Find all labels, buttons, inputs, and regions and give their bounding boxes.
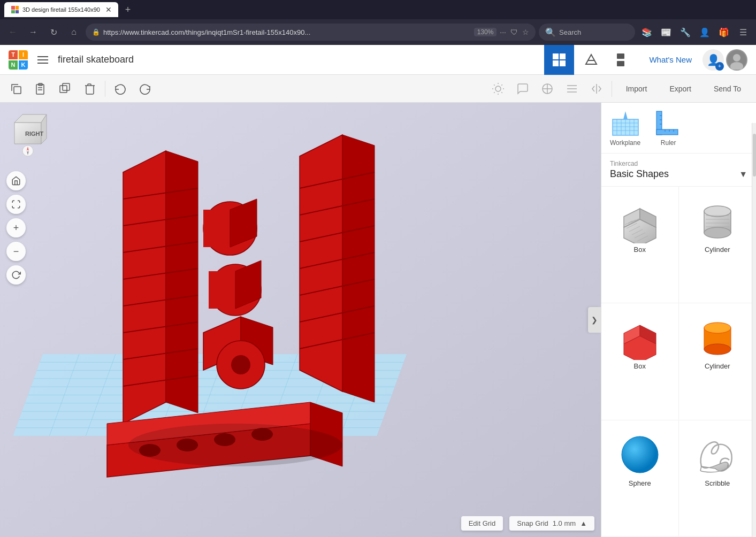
menu-button[interactable] (34, 51, 51, 68)
search-text: Search (559, 28, 581, 36)
left-controls: RIGHT + − (6, 109, 49, 285)
panel-scrollbar[interactable] (752, 123, 756, 537)
svg-rect-3 (553, 53, 559, 59)
workplane-tool[interactable]: Workplane (610, 109, 640, 147)
whats-new-button[interactable]: What's New (640, 55, 700, 64)
svg-point-86 (231, 355, 250, 374)
shape-item-cylinder-gray[interactable]: Cylinder (679, 187, 757, 303)
undo-button[interactable] (109, 77, 132, 101)
ruler-label: Ruler (661, 139, 676, 147)
new-tab-button[interactable]: + (120, 2, 135, 17)
export-button[interactable]: Export (659, 80, 701, 97)
grid-view-button[interactable] (544, 45, 574, 75)
shape-item-cylinder-orange[interactable]: Cylinder (679, 303, 757, 420)
align-button[interactable] (560, 77, 584, 101)
svg-rect-19 (63, 83, 70, 90)
tab-close-button[interactable]: ✕ (105, 5, 112, 14)
svg-text:RIGHT: RIGHT (25, 131, 44, 137)
svg-rect-4 (560, 53, 566, 59)
mirror-button[interactable] (585, 77, 608, 101)
profile-icon[interactable]: 👤 (696, 24, 713, 41)
svg-rect-6 (560, 60, 566, 66)
user-add-badge: + (715, 62, 724, 71)
extensions-icon[interactable]: 🔧 (677, 24, 694, 41)
menu-icon[interactable]: ☰ (735, 24, 752, 41)
main-area: RIGHT + − ❯ (0, 103, 756, 537)
shape-name-scribble: Scribble (705, 479, 730, 487)
ruler-tool[interactable]: Ruler (653, 109, 683, 147)
more-icon[interactable]: ··· (500, 28, 506, 36)
svg-line-23 (494, 85, 494, 85)
svg-marker-59 (342, 135, 375, 402)
panel-toggle-button[interactable]: ❯ (588, 307, 601, 333)
svg-rect-18 (60, 86, 67, 93)
fit-view-button[interactable] (6, 195, 26, 214)
workplane-label: Workplane (610, 139, 640, 147)
right-panel: Workplane (601, 103, 756, 537)
svg-point-94 (128, 424, 342, 466)
svg-point-144 (704, 344, 731, 355)
bookmarks-icon[interactable]: 📚 (638, 24, 655, 41)
zoom-out-button[interactable]: − (6, 242, 26, 261)
user-profile-button[interactable]: 👤 + (702, 49, 724, 71)
shape-preview-cylinder-gray (691, 195, 744, 243)
search-bar[interactable]: 🔍 Search (539, 24, 635, 41)
copy-button[interactable] (4, 77, 28, 101)
active-tab[interactable]: 3D design firetail 155x140x90 ✕ (4, 2, 118, 17)
scrollbar-thumb[interactable] (753, 134, 756, 177)
viewport[interactable]: RIGHT + − ❯ (0, 103, 601, 537)
import-button[interactable]: Import (615, 80, 658, 97)
compass-icon (21, 144, 34, 157)
browser-chrome: 3D design firetail 155x140x90 ✕ + ← → ↻ … (0, 0, 756, 45)
shape-item-sphere[interactable]: Sphere (601, 420, 679, 537)
notes-button[interactable] (511, 77, 534, 101)
home-button[interactable]: ⌂ (65, 24, 82, 41)
lock-icon: 🔒 (92, 28, 100, 36)
reader-icon[interactable]: 📰 (658, 24, 675, 41)
toolbar: Import Export Send To (0, 75, 756, 103)
snap-grid-control[interactable]: Snap Grid 1.0 mm ▲ (509, 516, 594, 531)
shape-preview-scribble (691, 429, 744, 477)
svg-marker-77 (203, 210, 230, 247)
shape-preview-box-gray (613, 195, 667, 243)
star-icon[interactable]: ☆ (522, 28, 529, 36)
zoom-in-button[interactable]: + (6, 218, 26, 237)
duplicate-button[interactable] (54, 77, 77, 101)
tab-title: 3D design firetail 155x140x90 (22, 6, 100, 13)
forward-button[interactable]: → (25, 24, 42, 41)
user-avatar[interactable] (726, 49, 747, 71)
build-view-button[interactable] (576, 45, 606, 75)
home-view-button[interactable] (6, 171, 26, 190)
shape-name-box-gray: Box (634, 246, 646, 254)
svg-marker-81 (209, 271, 235, 309)
rotate-button[interactable] (6, 265, 26, 285)
svg-rect-8 (617, 53, 624, 59)
svg-rect-7 (588, 60, 594, 61)
shape-item-scribble[interactable]: Scribble (679, 420, 757, 537)
shape-item-box-gray[interactable]: Box (601, 187, 679, 303)
ruler-tool-button[interactable] (536, 77, 559, 101)
light-button[interactable] (486, 77, 510, 101)
send-to-button[interactable]: Send To (703, 80, 752, 97)
redo-button[interactable] (133, 77, 157, 101)
address-bar[interactable]: 🔒 https://www.tinkercad.com/things/inqiq… (86, 24, 536, 41)
category-selector[interactable]: Basic Shapes ▼ (610, 168, 747, 180)
back-button[interactable]: ← (4, 24, 21, 41)
refresh-button[interactable]: ↻ (45, 24, 62, 41)
shape-preview-sphere (613, 429, 667, 477)
shape-item-box-red[interactable]: Box (601, 303, 679, 420)
addons-icon[interactable]: 🎁 (715, 24, 732, 41)
svg-line-28 (501, 85, 502, 85)
search-icon: 🔍 (545, 27, 556, 37)
delete-button[interactable] (78, 77, 102, 101)
svg-point-20 (495, 86, 501, 91)
paste-button[interactable] (29, 77, 52, 101)
edit-grid-button[interactable]: Edit Grid (461, 516, 503, 531)
svg-line-24 (501, 92, 502, 93)
snap-grid-value: 1.0 mm (553, 519, 576, 527)
codeblocks-view-button[interactable] (608, 45, 638, 75)
ruler-icon (653, 109, 683, 137)
svg-rect-1 (37, 59, 48, 60)
nav-bar: ← → ↻ ⌂ 🔒 https://www.tinkercad.com/thin… (0, 19, 756, 45)
shapes-grid: Box (601, 187, 756, 537)
